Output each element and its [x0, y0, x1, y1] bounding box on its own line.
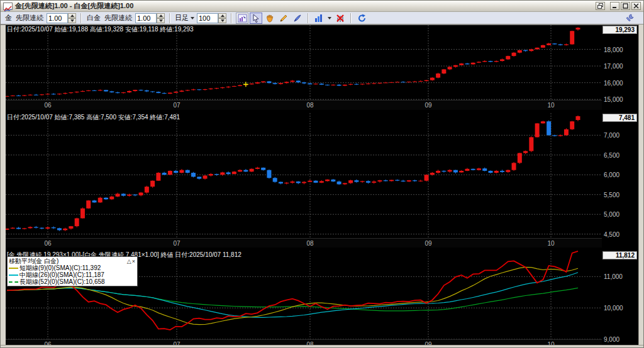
period-label: 日足 [175, 13, 189, 23]
candle-body [203, 89, 208, 90]
candle-body [186, 90, 190, 90]
candles [6, 116, 580, 231]
candle-body [63, 93, 67, 94]
platinum-last-price-badge: 7,481 [602, 114, 637, 122]
refresh-icon[interactable] [355, 13, 368, 24]
candle-body [506, 170, 510, 172]
candle-body [116, 193, 120, 196]
candle-body [529, 137, 533, 151]
app-chart-icon [3, 3, 13, 10]
spread-line-panel[interactable]: [金 先限連続 19,293×1.00]-[白金 先限連続 7,481×1.00… [6, 251, 602, 339]
candle-body [57, 228, 62, 230]
candle-body [448, 67, 452, 69]
bar-count-up-button[interactable] [218, 13, 226, 18]
period-dropdown[interactable]: 日足 [175, 13, 194, 23]
float-window-button[interactable] [596, 2, 605, 10]
app-window: 金[先限連続]1.00 - 白金[先限連続]1.00 金 先限連続 白金 先限連… [0, 0, 644, 348]
bar-count-input[interactable] [197, 13, 218, 23]
candle-body [541, 45, 545, 48]
x-axis-label: 09 [421, 240, 436, 247]
candle-body [34, 95, 38, 95]
minimize-button[interactable] [610, 2, 619, 10]
candle-body [290, 182, 294, 183]
candle-body [279, 83, 283, 84]
chevron-down-icon[interactable] [328, 17, 331, 19]
candle-body [209, 174, 213, 176]
candle-body [179, 90, 184, 92]
candle-body [209, 89, 213, 89]
period-chart-icon[interactable] [236, 13, 248, 24]
candle-body [284, 183, 289, 183]
y-axis-tick-label: 17,000 [604, 63, 623, 70]
quill-icon[interactable] [291, 13, 304, 24]
gold-candlestick-panel[interactable]: 日付:2025/10/07 始値:19,188 高値:19,328 安値:19,… [6, 25, 602, 100]
candle-body [104, 198, 108, 200]
y-axis-tick-label: 18,000 [604, 46, 623, 53]
candle-body [418, 181, 423, 182]
platinum-series-label: 先限連続 [104, 13, 132, 23]
candle-body [325, 180, 330, 182]
candle-body [407, 82, 411, 82]
candle-body [261, 168, 265, 170]
candle-body [203, 176, 208, 179]
legend-collapse-close-icons[interactable]: △× [127, 258, 136, 264]
gold-scale-up-button[interactable] [68, 13, 76, 18]
candle-body [45, 227, 50, 229]
maximize-button[interactable] [621, 2, 630, 10]
platinum-scale-up-button[interactable] [157, 13, 165, 18]
candle-body [168, 171, 172, 175]
platinum-scale-input[interactable] [135, 13, 157, 23]
candle-body [564, 45, 569, 45]
candle-body [139, 193, 143, 195]
x-axis-label: 08 [303, 240, 318, 247]
window-bottom-edge [1, 345, 644, 348]
close-button[interactable] [631, 2, 641, 10]
candle-body [226, 87, 231, 87]
indicator-chart-icon[interactable] [313, 13, 325, 24]
platinum-scale-down-button[interactable] [157, 18, 165, 23]
candle-body [453, 170, 458, 173]
candle-body [284, 82, 289, 83]
title-bar[interactable]: 金[先限連続]1.00 - 白金[先限連続]1.00 [1, 1, 643, 12]
gold-symbol-label: 金 [5, 13, 12, 23]
candle-body [477, 62, 481, 62]
candle-body [459, 171, 464, 173]
delete-indicator-icon[interactable] [334, 13, 347, 24]
candle-body [395, 82, 399, 82]
chart-area: 日付:2025/10/07 始値:19,188 高値:19,328 安値:19,… [1, 24, 644, 345]
candle-body [104, 90, 108, 91]
y-axis-tick-label: 11,000 [604, 273, 623, 280]
pencil-icon[interactable] [277, 13, 290, 24]
candle-body [6, 229, 9, 230]
candle-body [98, 198, 103, 203]
candle-body [488, 171, 492, 173]
y-axis-tick-label: 9,000 [604, 336, 619, 343]
candle-body [40, 228, 44, 229]
short-ma-swatch [9, 268, 18, 269]
candle-body [430, 173, 435, 175]
platinum-scale-spinner [135, 13, 165, 23]
x-axis-label: 07 [169, 102, 184, 109]
gold-scale-input[interactable] [47, 13, 68, 23]
candle-body [226, 172, 231, 174]
gridlines [6, 113, 602, 238]
candle-body [11, 228, 15, 229]
candle-body [296, 80, 301, 82]
candle-body [377, 180, 382, 182]
x-axis-label: 08 [303, 102, 318, 109]
gold-scale-down-button[interactable] [68, 18, 76, 23]
candle-body [407, 180, 411, 182]
candle-body [465, 63, 469, 64]
wrench-icon[interactable] [623, 13, 636, 24]
platinum-symbol-label: 白金 [87, 13, 101, 23]
candle-body [174, 92, 178, 93]
candle-body [28, 227, 33, 228]
candle-body [34, 227, 38, 227]
bar-count-down-button[interactable] [218, 18, 226, 23]
x-axis-label: 06 [40, 102, 55, 109]
candle-body [162, 173, 167, 175]
candle-body [243, 170, 248, 172]
platinum-candlestick-panel[interactable]: 日付:2025/10/07 始値:7,385 高値:7,500 安値:7,354… [6, 113, 602, 238]
cursor-icon[interactable] [250, 13, 262, 24]
hand-icon[interactable] [264, 13, 276, 24]
